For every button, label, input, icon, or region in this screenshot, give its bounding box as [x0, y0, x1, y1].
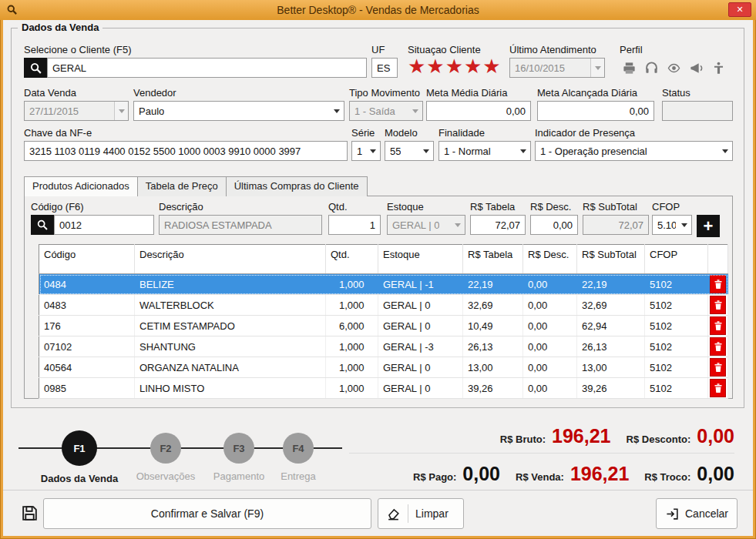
step-circle[interactable]: F3 [223, 433, 254, 464]
ultimo-atendimento-field: Último Atendimento 16/10/2015 [509, 44, 605, 78]
col-header-subtotal: R$ SubTotal [577, 245, 645, 274]
col-header-codigo: Código [39, 245, 135, 274]
cliente-label: Selecione o Cliente (F5) [24, 44, 367, 55]
cell-subtotal: 39,26 [577, 378, 645, 399]
save-icon [20, 504, 39, 523]
uf-input[interactable] [371, 58, 398, 78]
cell-codigo: 176 [39, 316, 135, 336]
perfil-icons [620, 58, 739, 78]
entry-estoque-field: Estoque GERAL | 0 [387, 201, 465, 235]
cliente-field: Selecione o Cliente (F5) [24, 44, 367, 78]
finalidade-select[interactable]: 1 - Normal [438, 141, 531, 161]
delete-row-button[interactable] [710, 379, 726, 397]
tipo-movimento-field: Tipo Movimento 1 - Saída [349, 87, 423, 121]
step-circle[interactable]: F2 [150, 433, 181, 464]
chevron-down-icon [590, 59, 604, 77]
star-icon[interactable]: ★ [426, 56, 445, 76]
pago-label: R$ Pago: [413, 471, 456, 483]
divider [408, 504, 408, 523]
venda-value: 196,21 [570, 463, 629, 485]
step-label: Entrega [244, 470, 352, 482]
cell-descricao: WALTERBLOCK [135, 295, 326, 316]
delete-row-button[interactable] [710, 316, 726, 335]
entry-qtd-input[interactable] [328, 215, 381, 235]
troco-value: 0,00 [697, 463, 734, 485]
step-circle[interactable]: F4 [283, 433, 314, 464]
delete-row-button[interactable] [710, 337, 726, 356]
headset-icon [642, 59, 660, 77]
cell-desc: 0,00 [523, 274, 577, 295]
vendedor-select[interactable]: Paulo [133, 101, 344, 121]
close-button[interactable]: ✕ [728, 2, 751, 17]
cell-cfop: 5102 [645, 357, 708, 378]
accessibility-icon [709, 59, 727, 77]
add-product-button[interactable]: + [697, 215, 720, 237]
entry-tabela-input[interactable] [470, 215, 526, 235]
desconto-value: 0,00 [697, 425, 734, 447]
data-venda-picker: 27/11/2015 [24, 101, 129, 121]
products-table-body: 0484 BELIZE 1,000 GERAL | -1 22,19 0,00 … [39, 274, 728, 399]
delete-row-button[interactable] [710, 296, 726, 314]
bruto-value: 196,21 [552, 425, 610, 447]
modelo-select[interactable]: 55 [385, 141, 434, 161]
cell-codigo: 0483 [39, 295, 135, 316]
titlebar[interactable]: Better Desktop® - Vendas de Mercadorias … [0, 0, 756, 20]
step-circle[interactable]: F1 [62, 430, 97, 466]
step-f4[interactable]: F4 Entrega [244, 430, 352, 482]
tab-produtos-adicionados[interactable]: Produtos Adicionados [24, 176, 138, 196]
cell-cfop: 5102 [645, 295, 708, 316]
cell-estoque: GERAL | 0 [378, 295, 463, 316]
cell-actions [708, 274, 728, 295]
cell-codigo: 0484 [39, 274, 135, 295]
cancel-button[interactable]: Cancelar [656, 498, 738, 529]
star-icon[interactable]: ★ [408, 56, 426, 76]
chevron-down-icon [718, 142, 732, 160]
confirm-save-button[interactable]: Confirmar e Salvar (F9) [43, 498, 371, 529]
tab-tabela-de-pre-o[interactable]: Tabela de Preço [137, 176, 227, 196]
delete-row-button[interactable] [710, 275, 726, 293]
cell-codigo: 40564 [39, 357, 135, 378]
entry-codigo-input[interactable] [54, 215, 154, 235]
product-search-button[interactable] [31, 215, 54, 235]
entry-subtotal-input [583, 215, 649, 235]
entry-desconto-input[interactable] [530, 215, 578, 235]
chevron-down-icon [677, 216, 691, 234]
cell-subtotal: 13,00 [577, 357, 645, 378]
bruto-label: R$ Bruto: [500, 434, 546, 445]
product-row[interactable]: 0985 LINHO MISTO 1,000 GERAL | 0 39,26 0… [39, 378, 728, 399]
situacao-label: Situaçao Cliente [408, 44, 508, 55]
product-row[interactable]: 40564 ORGANZA NATALINA 1,000 GERAL | 0 1… [39, 357, 728, 378]
finalidade-label: Finalidade [438, 127, 531, 139]
client-search-button[interactable] [24, 58, 47, 78]
tab-ltimas-compras-do-cliente[interactable]: Últimas Compras do Cliente [226, 176, 368, 196]
cell-estoque: GERAL | 0 [378, 378, 463, 399]
entry-cfop-select[interactable]: 5.102 [652, 215, 692, 235]
product-row[interactable]: 07102 SHANTUNG 1,000 GERAL | -3 26,13 0,… [39, 336, 728, 357]
chave-nfe-input[interactable] [24, 141, 348, 161]
trash-icon [714, 300, 723, 310]
entry-tabela-field: R$ Tabela [470, 201, 526, 235]
cell-cfop: 5102 [645, 336, 708, 357]
star-icon[interactable]: ★ [482, 56, 501, 76]
chevron-down-icon [419, 142, 433, 160]
perfil-label: Perfil [620, 44, 739, 55]
delete-row-button[interactable] [710, 358, 726, 377]
star-icon[interactable]: ★ [445, 56, 464, 76]
star-icon[interactable]: ★ [464, 56, 482, 76]
clear-button[interactable]: Limpar [378, 498, 464, 529]
product-row[interactable]: 0484 BELIZE 1,000 GERAL | -1 22,19 0,00 … [39, 274, 728, 295]
cliente-input[interactable] [47, 58, 367, 78]
meta-alcancada-input[interactable] [537, 101, 654, 121]
product-row[interactable]: 0483 WALTERBLOCK 1,000 GERAL | 0 32,69 0… [39, 295, 728, 316]
cell-estoque: GERAL | -3 [378, 336, 463, 357]
dados-venda-group: Dados da Venda Selecione o Cliente (F5) … [11, 28, 744, 408]
search-icon [29, 62, 42, 75]
data-venda-label: Data Venda [24, 87, 129, 99]
product-row[interactable]: 176 CETIM ESTAMPADO 6,000 GERAL | 0 10,4… [39, 316, 728, 336]
meta-media-input[interactable] [426, 101, 531, 121]
indicador-presenca-select[interactable]: 1 - Operação presencial [535, 141, 733, 161]
cell-estoque: GERAL | -1 [378, 274, 463, 295]
serie-select[interactable]: 1 [351, 141, 381, 161]
footer-bar: Confirmar e Salvar (F9) Limpar Cancelar [3, 490, 753, 536]
cell-tabela: 10,49 [463, 316, 523, 336]
